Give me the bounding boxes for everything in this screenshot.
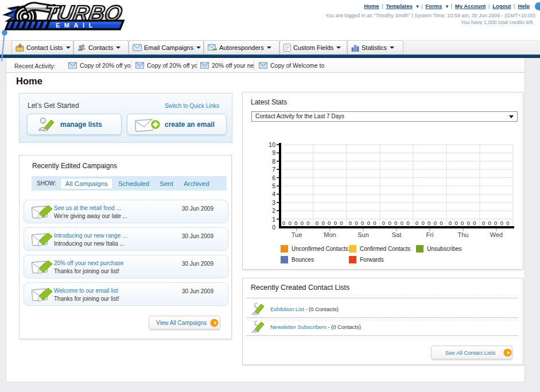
svg-text:0: 0 bbox=[473, 220, 476, 226]
svg-text:0: 0 bbox=[282, 220, 285, 226]
svg-text:Sun: Sun bbox=[358, 231, 369, 238]
svg-text:0: 0 bbox=[373, 220, 376, 226]
svg-text:0: 0 bbox=[340, 220, 343, 226]
svg-text:4: 4 bbox=[272, 191, 275, 197]
svg-text:0: 0 bbox=[272, 224, 275, 231]
svg-text:0: 0 bbox=[467, 220, 470, 226]
svg-text:0: 0 bbox=[494, 220, 497, 226]
svg-text:Fri: Fri bbox=[426, 231, 434, 238]
svg-text:0: 0 bbox=[454, 220, 457, 226]
svg-text:EMAIL: EMAIL bbox=[56, 22, 97, 29]
svg-text:Sat: Sat bbox=[392, 231, 402, 238]
svg-text:0: 0 bbox=[428, 220, 430, 226]
svg-text:6: 6 bbox=[272, 174, 275, 181]
svg-text:0: 0 bbox=[415, 220, 418, 226]
svg-text:1: 1 bbox=[272, 216, 275, 223]
svg-text:Wed: Wed bbox=[490, 231, 503, 238]
svg-text:0: 0 bbox=[316, 220, 318, 226]
svg-text:0: 0 bbox=[301, 220, 304, 226]
svg-text:7: 7 bbox=[272, 166, 275, 173]
svg-text:0: 0 bbox=[328, 220, 331, 226]
svg-text:5: 5 bbox=[272, 183, 275, 189]
svg-text:0: 0 bbox=[288, 220, 291, 226]
svg-text:0: 0 bbox=[406, 220, 409, 226]
svg-text:0: 0 bbox=[440, 220, 442, 226]
svg-text:9: 9 bbox=[272, 149, 275, 156]
svg-text:0: 0 bbox=[294, 220, 297, 226]
svg-text:0: 0 bbox=[382, 220, 385, 226]
svg-text:3: 3 bbox=[272, 199, 275, 206]
svg-text:0: 0 bbox=[321, 220, 324, 226]
svg-text:10: 10 bbox=[269, 141, 275, 148]
svg-text:0: 0 bbox=[361, 220, 364, 226]
svg-text:0: 0 bbox=[482, 220, 485, 226]
svg-text:0: 0 bbox=[434, 220, 437, 226]
svg-text:0: 0 bbox=[461, 220, 464, 226]
svg-text:Mon: Mon bbox=[324, 231, 336, 238]
svg-text:0: 0 bbox=[401, 220, 403, 226]
svg-text:2: 2 bbox=[272, 207, 275, 214]
svg-text:0: 0 bbox=[500, 220, 503, 226]
svg-text:0: 0 bbox=[334, 220, 337, 226]
svg-text:0: 0 bbox=[488, 220, 491, 226]
svg-text:0: 0 bbox=[349, 220, 352, 226]
svg-text:0: 0 bbox=[306, 220, 309, 226]
svg-text:8: 8 bbox=[272, 158, 275, 165]
svg-text:Thu: Thu bbox=[458, 231, 469, 238]
svg-text:0: 0 bbox=[506, 220, 509, 226]
svg-text:0: 0 bbox=[355, 220, 358, 226]
svg-text:Tue: Tue bbox=[292, 231, 302, 238]
svg-text:0: 0 bbox=[388, 220, 391, 226]
svg-text:0: 0 bbox=[421, 220, 424, 226]
svg-text:0: 0 bbox=[367, 220, 370, 226]
svg-text:0: 0 bbox=[449, 220, 452, 226]
svg-text:0: 0 bbox=[394, 220, 397, 226]
